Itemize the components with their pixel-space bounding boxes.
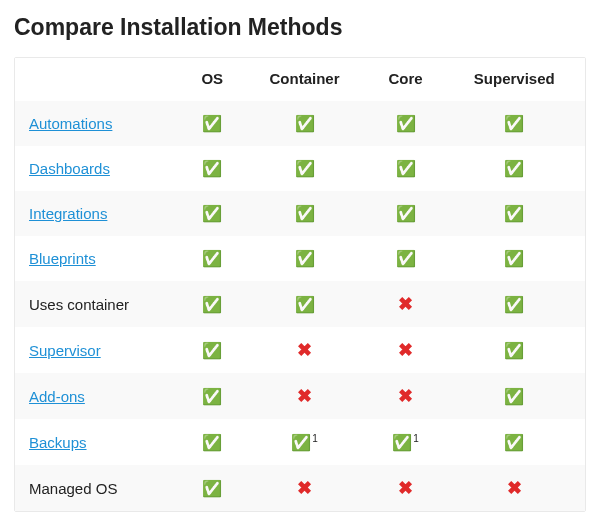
value-cell: ✅ — [444, 146, 585, 191]
cross-icon: ✖ — [297, 341, 312, 359]
table-row: Supervisor✅✖✖✅ — [15, 327, 585, 373]
check-icon: ✅ — [202, 297, 222, 313]
check-icon: ✅ — [504, 343, 524, 359]
value-cell: ✅ — [241, 236, 367, 281]
table-row: Backups✅✅1✅1✅ — [15, 419, 585, 465]
check-icon: ✅ — [295, 206, 315, 222]
feature-link[interactable]: Backups — [29, 434, 87, 451]
feature-cell: Supervisor — [15, 327, 183, 373]
feature-link[interactable]: Supervisor — [29, 342, 101, 359]
check-icon: ✅ — [202, 343, 222, 359]
value-cell: ✅ — [368, 191, 444, 236]
check-icon: ✅ — [202, 435, 222, 451]
value-cell: ✅ — [183, 327, 241, 373]
value-cell: ✅1 — [241, 419, 367, 465]
value-cell: ✖ — [368, 281, 444, 327]
value-cell: ✖ — [368, 373, 444, 419]
check-icon: ✅ — [202, 116, 222, 132]
feature-cell: Integrations — [15, 191, 183, 236]
check-icon: ✅ — [202, 389, 222, 405]
value-cell: ✖ — [241, 465, 367, 511]
col-header-os: OS — [183, 58, 241, 101]
value-cell: ✖ — [241, 327, 367, 373]
page-title: Compare Installation Methods — [14, 14, 586, 41]
check-icon: ✅ — [504, 161, 524, 177]
value-cell: ✅ — [183, 146, 241, 191]
value-cell: ✅ — [183, 373, 241, 419]
cross-icon: ✖ — [297, 479, 312, 497]
cross-icon: ✖ — [297, 387, 312, 405]
col-header-supervised: Supervised — [444, 58, 585, 101]
value-cell: ✅ — [368, 101, 444, 146]
check-icon: ✅ — [396, 251, 416, 267]
table-row: Blueprints✅✅✅✅ — [15, 236, 585, 281]
feature-link[interactable]: Dashboards — [29, 160, 110, 177]
comparison-table-wrap: OS Container Core Supervised Automations… — [14, 57, 586, 512]
check-icon: ✅ — [295, 116, 315, 132]
table-row: Add-ons✅✖✖✅ — [15, 373, 585, 419]
value-cell: ✅ — [241, 146, 367, 191]
footnote-marker: 1 — [413, 433, 419, 444]
value-cell: ✅ — [444, 281, 585, 327]
value-cell: ✅ — [368, 146, 444, 191]
check-icon: ✅ — [291, 435, 311, 451]
value-cell: ✅ — [444, 373, 585, 419]
check-icon: ✅ — [295, 297, 315, 313]
check-icon: ✅ — [504, 116, 524, 132]
comparison-table: OS Container Core Supervised Automations… — [15, 58, 585, 511]
check-icon: ✅ — [202, 161, 222, 177]
check-icon: ✅ — [504, 297, 524, 313]
cross-icon: ✖ — [507, 479, 522, 497]
value-cell: ✅ — [444, 236, 585, 281]
check-icon: ✅ — [202, 251, 222, 267]
col-header-empty — [15, 58, 183, 101]
cross-icon: ✖ — [398, 341, 413, 359]
value-cell: ✖ — [241, 373, 367, 419]
value-cell: ✅ — [444, 101, 585, 146]
col-header-core: Core — [368, 58, 444, 101]
value-cell: ✅ — [444, 327, 585, 373]
value-cell: ✅ — [368, 236, 444, 281]
table-body: Automations✅✅✅✅Dashboards✅✅✅✅Integration… — [15, 101, 585, 511]
feature-cell: Add-ons — [15, 373, 183, 419]
cross-icon: ✖ — [398, 295, 413, 313]
value-cell: ✖ — [368, 327, 444, 373]
table-row: Managed OS✅✖✖✖ — [15, 465, 585, 511]
col-header-container: Container — [241, 58, 367, 101]
value-cell: ✅ — [241, 101, 367, 146]
value-cell: ✖ — [444, 465, 585, 511]
value-cell: ✅ — [183, 191, 241, 236]
value-cell: ✅ — [183, 281, 241, 327]
check-icon: ✅ — [396, 161, 416, 177]
table-row: Uses container✅✅✖✅ — [15, 281, 585, 327]
footnote-marker: 1 — [312, 433, 318, 444]
check-icon: ✅ — [504, 389, 524, 405]
feature-cell: Managed OS — [15, 465, 183, 511]
feature-link[interactable]: Integrations — [29, 205, 107, 222]
cross-icon: ✖ — [398, 479, 413, 497]
check-icon: ✅ — [295, 251, 315, 267]
value-cell: ✅ — [183, 101, 241, 146]
feature-link[interactable]: Automations — [29, 115, 112, 132]
feature-link[interactable]: Blueprints — [29, 250, 96, 267]
check-icon: ✅ — [295, 161, 315, 177]
feature-cell: Blueprints — [15, 236, 183, 281]
check-icon: ✅ — [396, 116, 416, 132]
check-icon: ✅ — [202, 481, 222, 497]
table-row: Automations✅✅✅✅ — [15, 101, 585, 146]
value-cell: ✅ — [444, 191, 585, 236]
feature-link[interactable]: Add-ons — [29, 388, 85, 405]
feature-cell: Automations — [15, 101, 183, 146]
table-row: Integrations✅✅✅✅ — [15, 191, 585, 236]
value-cell: ✅ — [241, 281, 367, 327]
check-icon: ✅ — [392, 435, 412, 451]
cross-icon: ✖ — [398, 387, 413, 405]
value-cell: ✅ — [241, 191, 367, 236]
value-cell: ✅ — [183, 465, 241, 511]
value-cell: ✅ — [183, 236, 241, 281]
check-icon: ✅ — [396, 206, 416, 222]
check-icon: ✅ — [504, 251, 524, 267]
check-icon: ✅ — [504, 435, 524, 451]
value-cell: ✅ — [444, 419, 585, 465]
value-cell: ✅ — [183, 419, 241, 465]
